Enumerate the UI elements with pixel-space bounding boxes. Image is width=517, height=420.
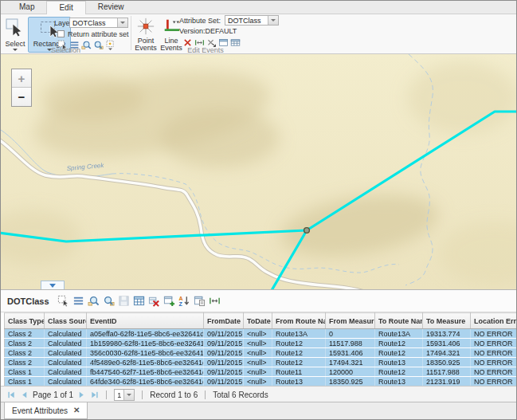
zoom-out-button[interactable]: − (12, 88, 31, 106)
table-cell[interactable]: Calculated (45, 367, 87, 377)
table-cell[interactable]: <null> (244, 367, 272, 377)
table-cell[interactable]: 19313.774 (423, 329, 471, 339)
table-cell[interactable]: 18350.925 (423, 358, 471, 367)
table-cell[interactable]: fb447540-62f7-11e5-8bc6-ee32641d5ec9 (87, 367, 204, 377)
table-cell[interactable]: Route12 (375, 348, 423, 358)
table-cell[interactable]: Route13 (272, 377, 326, 387)
table-cell[interactable]: 09/11/2015 (204, 358, 244, 367)
table-cell[interactable]: Class 2 (5, 358, 45, 367)
table-cell[interactable]: Class 2 (5, 329, 45, 339)
table-cell[interactable]: 15931.406 (423, 339, 471, 348)
selection-list-icon[interactable] (72, 295, 84, 307)
table-cell[interactable]: <null> (244, 377, 272, 387)
table-cell[interactable]: Calculated (45, 329, 87, 339)
page-number-dropdown[interactable]: 1 (114, 389, 135, 401)
zoom-in-button[interactable]: + (12, 69, 31, 88)
table-cell[interactable]: Route12 (375, 367, 423, 377)
tab-event-attributes[interactable]: Event Attributes ✕ (4, 402, 88, 419)
table-cell[interactable]: 09/11/2015 (204, 367, 244, 377)
table-cell[interactable]: 1b159980-62f8-11e5-8bc6-ee32641d5ec9 (87, 339, 204, 348)
previous-page-button[interactable] (20, 391, 29, 399)
table-row[interactable]: Class 2Calculated4f5489e0-62f8-11e5-8bc6… (5, 358, 517, 367)
table-cell[interactable]: NO ERROR (471, 367, 517, 377)
column-header[interactable]: From Measure (326, 313, 375, 329)
column-header[interactable]: ToDate (244, 313, 272, 329)
table-row[interactable]: Class 2Calculated356c0030-62f8-11e5-8bc6… (5, 348, 517, 358)
tab-review[interactable]: Review (86, 1, 136, 14)
table-cell[interactable]: Route12 (272, 348, 326, 358)
column-header[interactable]: Location Error (471, 313, 517, 329)
map-canvas[interactable]: Spring Creek + − (1, 54, 517, 289)
close-tab-icon[interactable]: ✕ (73, 406, 80, 414)
column-header[interactable]: EventID (87, 313, 204, 329)
last-page-button[interactable] (90, 391, 99, 399)
open-table-icon[interactable] (133, 295, 145, 307)
table-cell[interactable]: 120000 (326, 367, 375, 377)
table-cell[interactable]: Class 1 (5, 377, 45, 387)
layer-combobox[interactable]: DOTClass (69, 18, 128, 28)
panel-collapse-button[interactable] (41, 281, 65, 289)
table-row[interactable]: Class 2Calculated1b159980-62f8-11e5-8bc6… (5, 339, 517, 348)
table-cell[interactable]: <null> (244, 348, 272, 358)
select-records-icon[interactable] (57, 295, 69, 307)
tab-edit[interactable]: Edit (46, 1, 85, 14)
column-header[interactable]: To Route Name (375, 313, 423, 329)
table-cell[interactable]: <null> (244, 358, 272, 367)
table-cell[interactable]: Route13A (375, 329, 423, 339)
table-cell[interactable]: Route12 (272, 358, 326, 367)
column-header[interactable]: Class Source (45, 313, 87, 329)
table-row[interactable]: Class 1Calculatedfb447540-62f7-11e5-8bc6… (5, 367, 517, 377)
table-cell[interactable]: 17494.321 (423, 348, 471, 358)
table-cell[interactable]: 356c0030-62f8-11e5-8bc6-ee32641d5ec9 (87, 348, 204, 358)
save-edits-icon[interactable] (118, 295, 130, 307)
table-cell[interactable]: Calculated (45, 377, 87, 387)
table-cell[interactable]: NO ERROR (471, 329, 517, 339)
table-cell[interactable]: NO ERROR (471, 339, 517, 348)
table-cell[interactable]: 09/11/2015 (204, 329, 244, 339)
table-cell[interactable]: 17494.321 (326, 358, 375, 367)
attribute-set-combobox-arrow-icon[interactable] (268, 16, 278, 25)
delete-records-icon[interactable] (148, 295, 160, 307)
tab-map[interactable]: Map (7, 1, 46, 14)
table-cell[interactable]: 0 (326, 329, 375, 339)
first-page-button[interactable] (7, 391, 16, 399)
table-cell[interactable]: 18350.925 (326, 377, 375, 387)
table-row[interactable]: Class 2Calculateda05effa0-62f8-11e5-8bc6… (5, 329, 517, 339)
table-row[interactable]: Class 1Calculated64fde340-62f8-11e5-8bc6… (5, 377, 517, 387)
return-attribute-set-checkbox[interactable] (57, 30, 65, 37)
table-cell[interactable]: Calculated (45, 348, 87, 358)
table-cell[interactable]: 11517.988 (423, 367, 471, 377)
table-cell[interactable]: Route13A (272, 329, 326, 339)
table-cell[interactable]: Calculated (45, 358, 87, 367)
page-number-arrow-icon[interactable] (123, 390, 134, 400)
sort-records-icon[interactable]: AZ (178, 295, 190, 307)
table-cell[interactable]: Route12 (375, 339, 423, 348)
table-cell[interactable]: Class 2 (5, 339, 45, 348)
table-cell[interactable]: NO ERROR (471, 377, 517, 387)
column-header[interactable]: From Route Name (272, 313, 326, 329)
table-cell[interactable]: <null> (244, 329, 272, 339)
table-cell[interactable]: Route13 (375, 377, 423, 387)
measure-records-icon[interactable] (209, 295, 221, 307)
table-cell[interactable]: 09/11/2015 (204, 348, 244, 358)
table-cell[interactable]: 09/11/2015 (204, 377, 244, 387)
table-cell[interactable]: 64fde340-62f8-11e5-8bc6-ee32641d5ec9 (87, 377, 204, 387)
table-cell[interactable]: 21231.919 (423, 377, 471, 387)
table-cell[interactable]: Class 1 (5, 367, 45, 377)
table-cell[interactable]: Route11 (272, 367, 326, 377)
table-options-icon[interactable] (194, 295, 206, 307)
table-cell[interactable]: a05effa0-62f8-11e5-8bc6-ee32641d5ec9 (87, 329, 204, 339)
layer-combobox-arrow-icon[interactable] (117, 18, 127, 27)
column-header[interactable]: FromDate (204, 313, 244, 329)
attribute-set-combobox[interactable]: DOTClass (225, 15, 279, 26)
column-header[interactable]: Class Type (5, 313, 45, 329)
next-page-button[interactable] (77, 391, 86, 399)
table-cell[interactable]: 09/11/2015 (204, 339, 244, 348)
table-cell[interactable]: Route12 (272, 339, 326, 348)
pan-to-selection-icon[interactable] (103, 295, 115, 307)
table-cell[interactable]: 15931.406 (326, 348, 375, 358)
table-cell[interactable]: <null> (244, 339, 272, 348)
table-cell[interactable]: Calculated (45, 339, 87, 348)
column-header[interactable]: To Measure (423, 313, 471, 329)
table-cell[interactable]: 4f5489e0-62f8-11e5-8bc6-ee32641d5ec9 (87, 358, 204, 367)
